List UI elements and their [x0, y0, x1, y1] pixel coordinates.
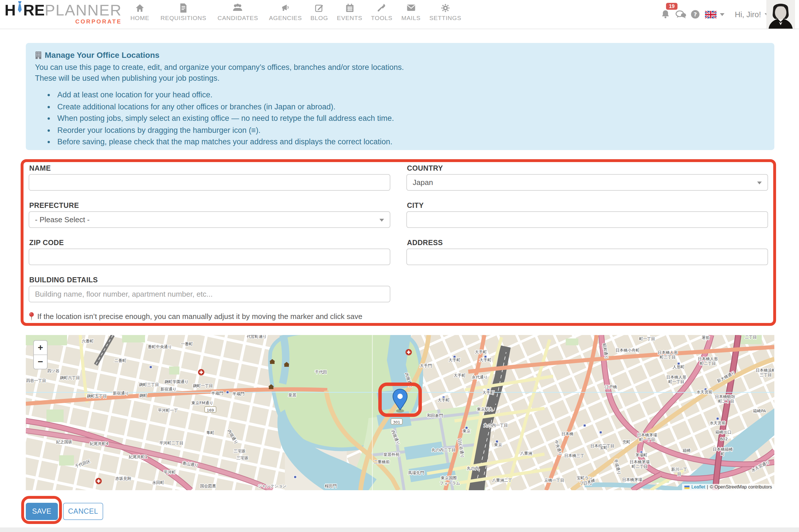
prefecture-select[interactable]: - Please Select - [29, 211, 390, 228]
page: H RE PLANNER CORPORATE HOME REQUISITIONS… [0, 0, 799, 532]
map-label: 東京FM通り [192, 401, 213, 405]
page-instructions-panel: Manage Your Office Locations You can use… [26, 43, 774, 150]
map-label: 町 [721, 452, 725, 456]
route-shield-number: 301 [393, 420, 400, 424]
hospital-icon [405, 349, 412, 355]
building-details-label: BUILDING DETAILS [29, 276, 390, 284]
name-input[interactable] [29, 174, 390, 191]
map-label: 日本橋 [561, 432, 574, 436]
language-selector[interactable] [705, 0, 725, 28]
map-label: 日本橋人形 [698, 357, 718, 361]
map-label: 八重洲 [520, 451, 532, 456]
candidates-icon [218, 3, 258, 13]
instructions-list: Add at least one location for your head … [35, 89, 765, 148]
map-label: 馬場先門 [408, 471, 424, 475]
map-label: 大手町 [454, 373, 466, 378]
osm-attribution[interactable]: © OpenStreetMap contributors [710, 484, 772, 490]
map-label: 半蔵門 [232, 392, 244, 396]
attribution-separator: | [707, 484, 708, 490]
cancel-button[interactable]: CANCEL [63, 503, 103, 520]
map-label: 三丁目 [760, 373, 772, 377]
blog-icon [310, 3, 328, 13]
bell-icon [660, 9, 671, 19]
page-bottom-edge [0, 527, 799, 532]
map-label: 代官町通り [247, 335, 267, 339]
map-label: 丸の内 [467, 466, 479, 471]
nav-requisitions-label: REQUISITIONS [161, 14, 206, 21]
map-label: 紀尾井町4 [90, 441, 109, 446]
chevron-down-icon [720, 13, 725, 16]
save-button[interactable]: SAVE [26, 503, 58, 520]
zoom-in-button[interactable]: + [34, 341, 47, 355]
top-navigation-bar: H RE PLANNER CORPORATE HOME REQUISITIONS… [0, 0, 799, 29]
map-label: 人形町 [673, 364, 685, 369]
nav-events[interactable]: EVENTS [337, 3, 363, 21]
map-label: ジャンクション [258, 483, 287, 488]
country-selected-value: Japan [413, 178, 433, 187]
nav-blog[interactable]: BLOG [310, 3, 328, 21]
help-button[interactable]: ? [691, 0, 700, 28]
user-menu[interactable]: Hi, Jiro! [735, 0, 769, 28]
location-map[interactable]: 301169 六番町一番町番町中央通り二番町四ツ谷麹町六丁目四谷一丁目麹町学園通… [26, 335, 774, 490]
map-label: 麹町一丁目 [193, 383, 213, 388]
ukraine-flag-icon [685, 485, 690, 489]
notification-count-badge[interactable]: 19 [666, 3, 677, 10]
map-label: 日本橋人形 [666, 375, 686, 379]
chat-icon [675, 10, 687, 19]
nav-mails[interactable]: MAILS [401, 3, 420, 21]
zip-code-input[interactable] [29, 249, 390, 265]
map-label: 京橋一丁目 [544, 478, 564, 482]
map-label: 町三丁目 [660, 355, 676, 359]
uk-flag-icon [705, 11, 716, 18]
nav-settings[interactable]: SETTINGS [429, 3, 461, 21]
map-label: 水天宮前 [710, 421, 726, 425]
map-label: 新宿通り [113, 391, 129, 395]
map-label: 六番町 [82, 339, 94, 343]
map-label: 麹町三丁目 [139, 382, 159, 387]
nav-candidates[interactable]: CANDIDATES [218, 3, 258, 21]
leaflet-link[interactable]: Leaflet [692, 484, 705, 490]
country-select[interactable]: Japan [406, 174, 768, 191]
map-label: 平河町一丁 [158, 408, 178, 413]
station-icon [226, 391, 229, 394]
map-label: 永田町 [152, 480, 164, 485]
building-details-input[interactable] [29, 286, 390, 302]
nav-home[interactable]: HOME [130, 3, 149, 21]
map-label: 箱崎出口 [715, 430, 731, 434]
mails-icon [401, 3, 420, 13]
nav-requisitions[interactable]: REQUISITIONS [161, 3, 206, 21]
map-label: 四ツ谷 [47, 368, 59, 373]
map-label: 丸の内一丁目 [484, 423, 508, 428]
instruction-item: Add at least one location for your head … [56, 89, 765, 101]
map-label: 半蔵門 [211, 391, 223, 395]
tools-icon [371, 3, 393, 13]
map-label: 皇居外苑 [383, 452, 399, 457]
zoom-out-button[interactable]: − [34, 355, 47, 369]
hireplanner-logo[interactable]: H RE PLANNER CORPORATE [5, 3, 122, 26]
map-label: 和田倉門 [427, 413, 443, 418]
marker-adjust-note: If the location isn’t precise enough, yo… [37, 312, 363, 321]
map-label: フォーラム [440, 481, 460, 485]
page-title: Manage Your Office Locations [45, 51, 159, 60]
hospital-icon [95, 478, 102, 484]
nav-tools[interactable]: TOOLS [371, 3, 393, 21]
nav-events-label: EVENTS [337, 14, 363, 21]
nav-candidates-label: CANDIDATES [218, 14, 258, 21]
nav-home-label: HOME [130, 14, 149, 21]
map-label: 平河町二丁目 [159, 441, 183, 445]
prefecture-label: PREFECTURE [29, 202, 390, 210]
station-icon [150, 366, 152, 368]
map-label: 日本橋蛎殻 [715, 394, 735, 399]
map-label: 町一丁目 [639, 337, 655, 341]
map-label: 東京駅丸 [477, 407, 493, 412]
map-label: 二重橋前 [374, 459, 390, 464]
map-attribution: Leaflet | © OpenStreetMap contributors [683, 484, 774, 490]
map-label: 大手町 [479, 358, 491, 362]
map-label: 新川一丁 [671, 467, 687, 472]
map-label: 三宅坂 [234, 449, 246, 453]
nav-agencies[interactable]: AGENCIES [269, 3, 302, 21]
user-avatar[interactable] [766, 0, 795, 28]
address-input[interactable] [406, 249, 768, 265]
city-input[interactable] [406, 211, 768, 228]
map-label: 丸の内二丁目 [432, 448, 456, 452]
